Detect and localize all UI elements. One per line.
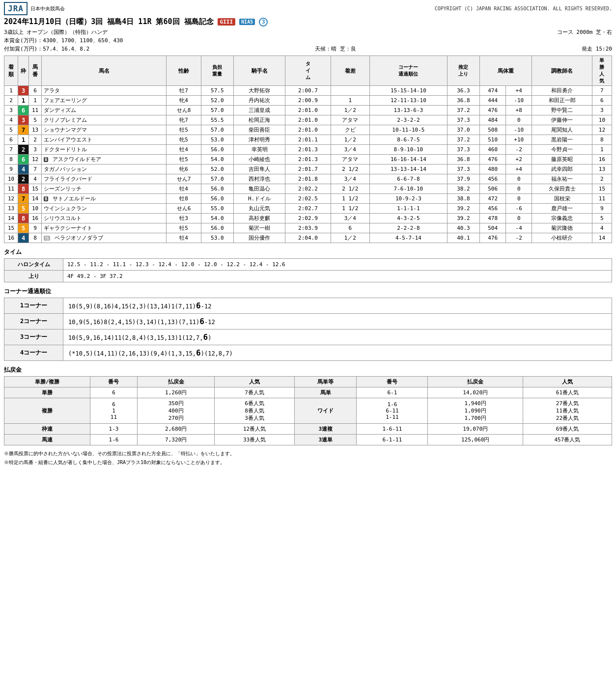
jockey: 亀田温心 (233, 184, 285, 194)
weather: 天候：晴 芝：良 (315, 45, 356, 53)
load-weight: 57.5 (201, 86, 233, 96)
body-weight: 460 (480, 145, 506, 155)
body-weight: 456 (480, 174, 506, 184)
sex-age: 牝6 (167, 165, 201, 174)
corner-value: 10(5,9)(8,16)4,15(2,3)(13,14)1(7,11)6-12 (63, 298, 612, 314)
time: 2:00.9 (285, 96, 331, 106)
corner-value: 10,9(5,16)8(2,4,15)(3,14)(1,13)(7,11)6-1… (63, 314, 612, 330)
diff: 3／4 (331, 145, 369, 155)
sex-age: 牝5 (167, 135, 201, 145)
payout-amount: 1,260円 (138, 387, 215, 398)
payout-pop: 33番人気 (215, 435, 295, 445)
sub-pop: 69番人気 (523, 424, 612, 435)
last-up: 38.2 (447, 184, 479, 194)
sub-pop: 61番人気 (523, 387, 612, 398)
col-body: 馬体重 (480, 56, 532, 86)
diff: 3／4 (331, 214, 369, 223)
fav: 12 (592, 125, 612, 135)
sub-amount: 19,070円 (428, 424, 523, 435)
load-weight: 56.0 (201, 194, 233, 204)
horse-name: フェアエーリング (42, 96, 167, 106)
body-weight: 476 (480, 106, 506, 115)
body-diff: -2 (506, 233, 532, 243)
diff: 1 1/2 (331, 194, 369, 204)
payout-row: 枠連 1-3 2,680円 12番人気 3連複 1-6-11 19,070円 6… (4, 424, 612, 435)
rank-cell: 9 (4, 165, 18, 174)
fav: 7 (592, 86, 612, 96)
corner-row: 1コーナー 10(5,9)(8,16)4,15(2,3)(13,14)1(7,1… (4, 298, 612, 314)
body-diff: 0 (506, 115, 532, 125)
payout-pop: 12番人気 (215, 424, 295, 435)
body-diff: +4 (506, 165, 532, 174)
table-row: 6 1 2 エンバイアウエスト 牝5 53.0 津村明秀 2:01.1 1／2 … (4, 135, 612, 145)
sex-age: 牡4 (167, 145, 201, 155)
sub-combo: 1-66-111-11 (357, 398, 428, 424)
horse-name: タガノパッション (42, 165, 167, 174)
jockey: 西村淳也 (233, 174, 285, 184)
table-row: 10 2 4 フライライクバード せん7 57.0 西村淳也 2:01.8 3／… (4, 174, 612, 184)
jockey: 小崎綾也 (233, 155, 285, 165)
grade-badge: GIII (218, 18, 236, 26)
main-race-table: 着順 枠 馬番 馬名 性齢 負担重量 騎手名 タイム 着差 コーナー通過順位 推… (4, 55, 612, 243)
bet-type: 枠連 (4, 424, 90, 435)
waku-cell: 5 (18, 223, 29, 233)
corner: 1-1-1-1 (369, 204, 447, 214)
body-diff: +10 (506, 135, 532, 145)
diff: 1 1/2 (331, 204, 369, 214)
halon-label: ハロンタイム (4, 259, 63, 271)
last-up: 37.3 (447, 145, 479, 155)
jra-logo: JRA 日本中央競馬会 (4, 2, 65, 15)
sex-age: 牡8 (167, 194, 201, 204)
body-weight: 508 (480, 125, 506, 135)
corner: 10-11-10-5 (369, 125, 447, 135)
uma-cell: 13 (29, 125, 42, 135)
rank-cell: 15 (4, 223, 18, 233)
body-weight: 480 (480, 165, 506, 174)
corner-label: 4コーナー (4, 345, 63, 361)
jockey: 津村明秀 (233, 135, 285, 145)
uma-cell: 12 (29, 155, 42, 165)
time: 2:02.5 (285, 194, 331, 204)
race-info-row: 3歳以上 オープン（国際）（特指）ハンデ コース 2000m 芝・右 (4, 28, 612, 36)
jockey: 幸英明 (233, 145, 285, 155)
body-weight: 476 (480, 233, 506, 243)
col-diff: 着差 (331, 56, 369, 86)
uma-cell: 15 (29, 184, 42, 194)
table-row: 14 8 16 シリウスコルト 牡3 54.0 高杉吏麒 2:02.9 3／4 … (4, 214, 612, 223)
uma-cell: 5 (29, 115, 42, 125)
rank-cell: 2 (4, 96, 18, 106)
bet-type: 単勝 (4, 387, 90, 398)
body-diff: -10 (506, 125, 532, 135)
last-up: 37.2 (447, 135, 479, 145)
last-up: 40.3 (447, 223, 479, 233)
body-weight: 474 (480, 86, 506, 96)
horse-name: ギャラクシーナイト (42, 223, 167, 233)
horse-name: クリノプレミアム (42, 115, 167, 125)
race-course: コース 2000m 芝・右 (557, 28, 612, 36)
race-title: 2024年11月10日（日曜）3回 福島4日 11R 第60回 福島記念 (4, 17, 214, 27)
horse-name: 地 ベラジオソノダラブ (42, 233, 167, 243)
uma-cell: 11 (29, 106, 42, 115)
trainer: 和田正一郎 (532, 96, 592, 106)
jockey: 大野拓弥 (233, 86, 285, 96)
jra-logo-box: JRA (4, 2, 28, 15)
uma-cell: 6 (29, 86, 42, 96)
horse-name: アラタ (42, 86, 167, 96)
body-diff: -10 (506, 96, 532, 106)
trainer: 鹿戸雄一 (532, 204, 592, 214)
corner: 8-6-7-5 (369, 135, 447, 145)
sex-age: 牡5 (167, 155, 201, 165)
corner: 12-11-13-10 (369, 96, 447, 106)
body-diff: -4 (506, 223, 532, 233)
uma-cell: 14 (29, 194, 42, 204)
corner: 15-15-14-10 (369, 86, 447, 96)
rank-cell: 1 (4, 86, 18, 96)
time: 2:01.7 (285, 165, 331, 174)
sub-combo: 6-1-11 (357, 435, 428, 445)
table-row: 1 3 6 アラタ 牡7 57.5 大野拓弥 2:00.7 15-15-14-1… (4, 86, 612, 96)
load-weight: 57.0 (201, 106, 233, 115)
trainer: 野中賢二 (532, 106, 592, 115)
table-row: 15 5 9 ギャラクシーナイト 牡5 56.0 菊沢一樹 2:03.9 6 2… (4, 223, 612, 233)
corner-section-title: コーナー通過順位 (4, 287, 612, 296)
race-class: 3歳以上 オープン（国際）（特指）ハンデ (4, 28, 108, 36)
